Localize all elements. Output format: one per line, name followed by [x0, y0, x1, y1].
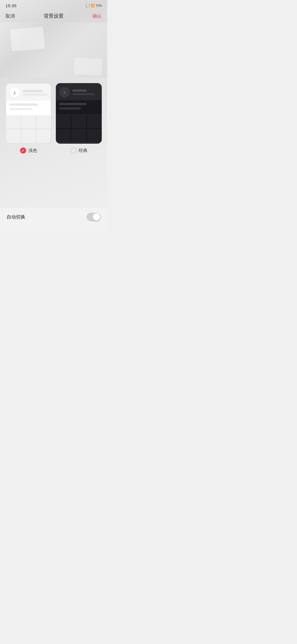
dark-preview-header: ♪: [56, 83, 102, 100]
light-preview-footer: [6, 143, 51, 144]
light-grid-cell: [21, 116, 36, 129]
status-icons: 💬 📶 71%: [86, 4, 102, 7]
wallpaper-preview: [0, 23, 107, 78]
light-header-lines: [23, 90, 48, 95]
light-grid-cell: [21, 129, 36, 143]
light-theme-preview: ♪: [6, 83, 51, 144]
light-preview-content: [6, 101, 51, 115]
light-content-line1: [9, 103, 38, 106]
signal-icon: 📶: [91, 4, 95, 7]
dark-grid-cell: [71, 129, 86, 142]
dark-theme-preview: ♪: [56, 83, 102, 144]
status-bar: 15:35 💬 📶 71%: [0, 0, 107, 10]
auto-switch-row: 自动切换: [7, 213, 101, 221]
light-grid-cell: [6, 129, 21, 143]
dark-grid-cell: [56, 129, 71, 142]
dark-preview-footer: [56, 142, 102, 144]
dark-header-line2: [72, 93, 95, 95]
toggle-knob: [93, 213, 100, 221]
status-time: 15:35: [6, 3, 16, 8]
spacer: [0, 159, 107, 207]
dark-grid-cell: [56, 115, 71, 128]
light-radio-selected[interactable]: [20, 148, 26, 154]
light-theme-card[interactable]: ♪: [6, 83, 51, 156]
tiktok-icon-dark: ♪: [63, 89, 66, 95]
light-grid-cell: [6, 116, 21, 129]
theme-selection: ♪: [0, 78, 107, 159]
dark-grid-cell: [71, 115, 86, 128]
light-header-line1: [23, 90, 43, 92]
light-header-line2: [23, 94, 48, 95]
dark-avatar: ♪: [59, 87, 70, 97]
dark-header-line1: [72, 89, 87, 92]
dark-preview-content: [56, 100, 102, 114]
wechat-icon: 💬: [86, 4, 90, 7]
confirm-button[interactable]: 确认: [92, 13, 102, 19]
light-theme-label-row: 浅色: [6, 148, 51, 156]
dark-radio-unselected[interactable]: [70, 148, 76, 154]
dark-preview-grid: [56, 115, 102, 142]
dark-header-lines: [72, 89, 98, 95]
dark-theme-label-row: 经典: [56, 148, 102, 156]
light-avatar: ♪: [9, 88, 20, 98]
light-grid-cell: [36, 116, 51, 129]
light-preview-header: ♪: [6, 84, 51, 101]
auto-switch-toggle[interactable]: [87, 213, 101, 221]
auto-switch-label: 自动切换: [7, 214, 25, 220]
light-theme-label: 浅色: [28, 148, 37, 154]
light-preview-grid: [6, 116, 51, 143]
bottom-bar: 自动切换: [0, 207, 107, 232]
nav-bar: 取消 背景设置 确认: [0, 10, 107, 23]
dark-theme-label: 经典: [79, 148, 87, 154]
page-title: 背景设置: [44, 13, 64, 19]
light-grid-cell: [36, 129, 51, 143]
dark-grid-cell: [87, 115, 102, 128]
dark-content-line2: [59, 107, 81, 110]
dark-theme-card[interactable]: ♪: [56, 83, 102, 156]
light-content-line2: [9, 108, 32, 110]
dark-grid-cell: [87, 129, 102, 142]
battery-icon: 71%: [96, 4, 102, 7]
page-container: 15:35 💬 📶 71% 取消 背景设置 确认 ♪: [0, 0, 107, 232]
dark-content-line1: [59, 103, 87, 105]
cancel-button[interactable]: 取消: [6, 13, 15, 19]
tiktok-icon-light: ♪: [13, 90, 16, 96]
